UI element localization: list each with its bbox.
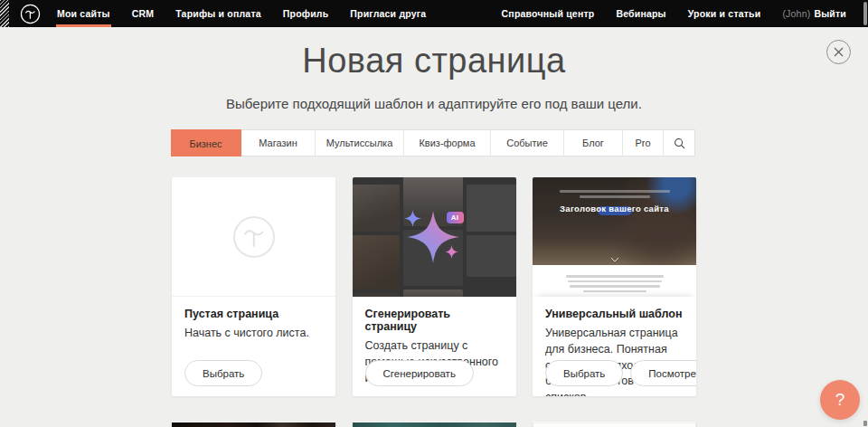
nav-label: CRM — [132, 8, 155, 19]
template-thumbnail — [353, 422, 516, 427]
card-actions: Выбрать — [184, 360, 262, 386]
nav-my-sites[interactable]: Мои сайты — [46, 0, 121, 27]
card-blank-page[interactable]: Пустая страница Начать с чистого листа. … — [172, 177, 335, 396]
preview-template-button[interactable]: Посмотреть — [630, 360, 696, 386]
card-partial-teal[interactable] — [353, 422, 516, 427]
page-title: Новая страница — [0, 42, 868, 81]
nav-invite-friend[interactable]: Пригласи друга — [339, 0, 437, 27]
ai-badge: AI — [447, 212, 464, 223]
tab-label: Мультиссылка — [326, 138, 393, 148]
tab-blog[interactable]: Блог — [564, 130, 623, 156]
help-button[interactable]: ? — [820, 380, 860, 420]
user-name: (John) — [782, 8, 810, 19]
template-thumbnail — [172, 422, 335, 427]
logout-label: Выйти — [814, 8, 846, 19]
template-category-tabs: Бизнес Магазин Мультиссылка Квиз-форма С… — [171, 129, 695, 157]
scrollbar-corner[interactable] — [863, 421, 867, 426]
chevron-down-icon — [610, 257, 619, 262]
card-title: Универсальный шаблон — [545, 308, 684, 320]
blank-page-preview — [172, 177, 335, 297]
template-cards-row2 — [172, 422, 696, 427]
scrollbar-thumb[interactable] — [863, 2, 867, 25]
card-title: Пустая страница — [184, 308, 323, 320]
ai-preview: AI — [353, 177, 516, 297]
close-button[interactable] — [826, 40, 851, 64]
select-template-button[interactable]: Выбрать — [545, 360, 623, 386]
tab-label: Магазин — [259, 138, 297, 148]
nav-crm[interactable]: CRM — [121, 0, 165, 27]
card-description: Начать с чистого листа. — [184, 326, 323, 342]
tilda-logo-icon[interactable] — [20, 4, 41, 24]
card-partial-dark[interactable] — [172, 422, 335, 427]
template-thumbnail — [533, 422, 696, 427]
tab-business[interactable]: Бизнес — [171, 129, 241, 157]
tab-quiz-form[interactable]: Квиз-форма — [404, 130, 491, 156]
card-partial-light[interactable] — [533, 422, 696, 427]
page-subtitle: Выберите подходящий шаблон и адаптируйте… — [0, 96, 868, 111]
select-blank-button[interactable]: Выбрать — [184, 360, 262, 386]
tab-store[interactable]: Магазин — [241, 130, 316, 156]
card-footer: Сгенерировать страницу Создать страницу … — [353, 297, 516, 396]
edge-texture — [0, 0, 9, 27]
tab-label: Блог — [582, 138, 604, 148]
nav-label: Тарифы и оплата — [175, 8, 261, 19]
tab-pro[interactable]: Pro — [623, 130, 664, 156]
nav-label: Мои сайты — [57, 8, 110, 19]
template-hero-heading: Заголовок вашего сайта — [533, 204, 696, 214]
card-actions: Выбрать Посмотреть — [545, 360, 696, 386]
nav-webinars[interactable]: Вебинары — [605, 0, 676, 27]
tab-label: Событие — [506, 138, 548, 148]
card-footer: Пустая страница Начать с чистого листа. … — [172, 297, 335, 396]
hero-shade — [533, 177, 696, 265]
template-text-block — [533, 265, 696, 297]
nav-label: Вебинары — [616, 8, 665, 19]
secondary-nav: Справочный центр Вебинары Уроки и статьи… — [491, 0, 857, 27]
tilda-watermark-icon — [232, 215, 276, 259]
card-universal-template[interactable]: Заголовок вашего сайта Универсальный шаб… — [533, 177, 696, 396]
tab-event[interactable]: Событие — [491, 130, 564, 156]
card-ai-generate[interactable]: AI Сгенерировать страницу Создать страни… — [353, 177, 516, 396]
card-title: Сгенерировать страницу — [365, 308, 504, 333]
nav-label: Справочный центр — [502, 8, 595, 19]
tab-search[interactable] — [664, 130, 695, 156]
tab-label: Бизнес — [189, 138, 222, 149]
nav-label: Пригласи друга — [350, 8, 426, 19]
sparkle-small-icon — [445, 245, 458, 259]
nav-profile[interactable]: Профиль — [272, 0, 340, 27]
template-preview: Заголовок вашего сайта — [533, 177, 696, 297]
nav-label: Профиль — [283, 8, 329, 19]
close-icon — [834, 47, 844, 57]
nav-lessons[interactable]: Уроки и статьи — [677, 0, 772, 27]
search-icon — [674, 138, 685, 149]
nav-help-center[interactable]: Справочный центр — [491, 0, 606, 27]
main-nav: Мои сайты CRM Тарифы и оплата Профиль Пр… — [46, 0, 437, 27]
tab-multilink[interactable]: Мультиссылка — [316, 130, 404, 156]
template-cards: Пустая страница Начать с чистого листа. … — [172, 177, 696, 396]
template-hero-image: Заголовок вашего сайта — [533, 177, 696, 265]
card-footer: Универсальный шаблон Универсальная стран… — [533, 297, 696, 396]
nav-logout[interactable]: (John) Выйти — [771, 0, 857, 27]
nav-pricing[interactable]: Тарифы и оплата — [165, 0, 272, 27]
card-actions: Сгенерировать — [365, 360, 474, 386]
generate-button[interactable]: Сгенерировать — [365, 360, 474, 386]
topbar: Мои сайты CRM Тарифы и оплата Профиль Пр… — [0, 0, 868, 27]
nav-label: Уроки и статьи — [688, 8, 761, 19]
tab-label: Квиз-форма — [419, 138, 475, 148]
tab-label: Pro — [635, 138, 650, 148]
